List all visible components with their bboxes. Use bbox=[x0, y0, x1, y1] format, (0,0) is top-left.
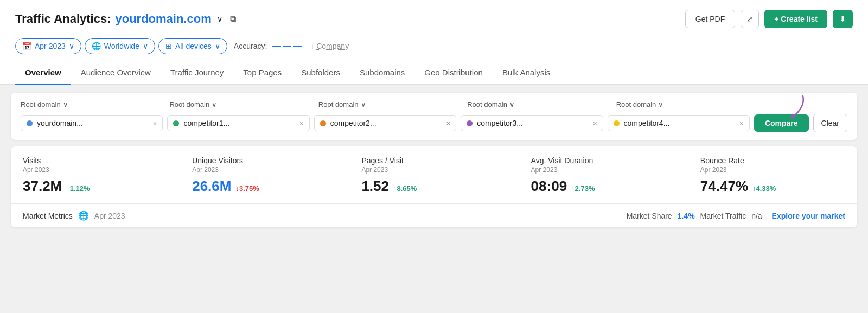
compare-button[interactable]: Compare bbox=[754, 114, 809, 132]
metric-ad-value-row: 08:09 ↑2.73% bbox=[531, 178, 676, 195]
metric-ad-change: ↑2.73% bbox=[571, 184, 595, 193]
domain-input-1[interactable]: yourdomain... × bbox=[21, 115, 163, 131]
metric-visits-title: Visits bbox=[23, 156, 168, 165]
metrics-section: Visits Apr 2023 37.2M ↑1.12% Unique Visi… bbox=[11, 146, 857, 227]
tab-top-pages[interactable]: Top Pages bbox=[233, 60, 291, 85]
header-right: Get PDF ⤢ + Create list ⬇ bbox=[685, 10, 853, 28]
market-globe-icon: 🌐 bbox=[78, 210, 89, 221]
metric-br-title: Bounce Rate bbox=[700, 156, 845, 165]
domain-close-1[interactable]: × bbox=[153, 119, 157, 127]
metric-ad-title: Avg. Visit Duration bbox=[531, 156, 676, 165]
info-icon[interactable]: i bbox=[311, 42, 313, 50]
domain-header-5[interactable]: Root domain ∨ bbox=[612, 100, 761, 108]
market-footer: Market Metrics 🌐 Apr 2023 Market Share 1… bbox=[11, 204, 857, 227]
tabs-row: Overview Audience Overview Traffic Journ… bbox=[0, 60, 868, 85]
filters-row: 📅 Apr 2023 ∨ 🌐 Worldwide ∨ ⊞ All devices… bbox=[0, 34, 868, 60]
tab-overview[interactable]: Overview bbox=[15, 60, 71, 85]
domain-name-5: competitor4... bbox=[624, 119, 736, 127]
domain-header-1[interactable]: Root domain ∨ bbox=[21, 100, 165, 108]
calendar-icon: 📅 bbox=[22, 42, 31, 50]
domain-input-3[interactable]: competitor2... × bbox=[314, 115, 456, 131]
tab-traffic-journey[interactable]: Traffic Journey bbox=[161, 60, 233, 85]
devices-icon: ⊞ bbox=[165, 42, 172, 50]
fullscreen-button[interactable]: ⤢ bbox=[741, 10, 759, 28]
domain-close-5[interactable]: × bbox=[739, 119, 744, 127]
domain-header-3-label: Root domain bbox=[318, 100, 359, 108]
date-chevron-icon: ∨ bbox=[69, 42, 74, 50]
header: Traffic Analytics: yourdomain.com ∨ ⧉ Ge… bbox=[0, 0, 868, 34]
domain-close-2[interactable]: × bbox=[299, 119, 304, 127]
domain-header-4[interactable]: Root domain ∨ bbox=[463, 100, 611, 108]
devices-filter-button[interactable]: ⊞ All devices ∨ bbox=[158, 38, 227, 54]
accuracy-label: Accuracy: bbox=[234, 42, 267, 50]
metric-br-change: ↑4.33% bbox=[752, 184, 776, 193]
date-filter-label: Apr 2023 bbox=[35, 42, 66, 50]
tab-subfolders[interactable]: Subfolders bbox=[291, 60, 350, 85]
metric-pv-title: Pages / Visit bbox=[361, 156, 506, 165]
domain-input-5[interactable]: competitor4... × bbox=[608, 115, 750, 131]
domain-dot-3 bbox=[320, 120, 326, 126]
location-filter-label: Worldwide bbox=[104, 42, 139, 50]
metric-uv-value-row: 26.6M ↓3.75% bbox=[192, 178, 337, 195]
date-filter-button[interactable]: 📅 Apr 2023 ∨ bbox=[15, 38, 81, 54]
company-label: Company bbox=[316, 42, 349, 50]
domain-header-3[interactable]: Root domain ∨ bbox=[314, 100, 463, 108]
tab-subdomains[interactable]: Subdomains bbox=[350, 60, 414, 85]
metric-visits: Visits Apr 2023 37.2M ↑1.12% bbox=[11, 146, 180, 203]
domain-dot-5 bbox=[614, 120, 620, 126]
tab-geo-distribution[interactable]: Geo Distribution bbox=[414, 60, 493, 85]
domain-header-4-label: Root domain bbox=[467, 100, 507, 108]
clear-button[interactable]: Clear bbox=[813, 114, 847, 132]
header-left: Traffic Analytics: yourdomain.com ∨ ⧉ bbox=[15, 12, 236, 26]
devices-chevron-icon: ∨ bbox=[215, 42, 220, 50]
metric-pv-value: 1.52 bbox=[361, 178, 389, 195]
metric-uv-change: ↓3.75% bbox=[235, 184, 259, 193]
domain-input-2[interactable]: competitor1... × bbox=[167, 115, 309, 131]
metric-bounce-rate: Bounce Rate Apr 2023 74.47% ↑4.33% bbox=[688, 146, 857, 203]
metric-ad-value: 08:09 bbox=[531, 178, 567, 195]
metric-pv-period: Apr 2023 bbox=[361, 166, 506, 174]
metric-uv-period: Apr 2023 bbox=[192, 166, 337, 174]
tab-audience-overview[interactable]: Audience Overview bbox=[71, 60, 161, 85]
devices-filter-label: All devices bbox=[175, 42, 212, 50]
domain-header-2-chevron: ∨ bbox=[212, 100, 217, 108]
domain-header-2[interactable]: Root domain ∨ bbox=[165, 100, 314, 108]
metric-br-period: Apr 2023 bbox=[700, 166, 845, 174]
main-container: Traffic Analytics: yourdomain.com ∨ ⧉ Ge… bbox=[0, 0, 868, 227]
domain-name-4: competitor3... bbox=[477, 119, 589, 127]
domain-close-3[interactable]: × bbox=[446, 119, 451, 127]
location-filter-button[interactable]: 🌐 Worldwide ∨ bbox=[85, 38, 155, 54]
domain-chevron-icon[interactable]: ∨ bbox=[217, 15, 222, 23]
market-traffic-value: n/a bbox=[751, 212, 762, 220]
market-share-label: Market Share bbox=[627, 212, 672, 220]
domain-header-2-label: Root domain bbox=[169, 100, 209, 108]
metric-avg-duration: Avg. Visit Duration Apr 2023 08:09 ↑2.73… bbox=[519, 146, 688, 203]
accuracy-dot-2 bbox=[283, 46, 291, 47]
accuracy-indicator bbox=[272, 46, 302, 47]
metric-unique-visitors: Unique Visitors Apr 2023 26.6M ↓3.75% bbox=[180, 146, 349, 203]
create-list-button[interactable]: + Create list bbox=[764, 10, 827, 28]
metric-pv-change: ↑8.65% bbox=[393, 184, 417, 193]
market-metrics-label: Market Metrics bbox=[23, 212, 73, 220]
metric-br-value: 74.47% bbox=[700, 178, 748, 195]
domain-inputs-row: yourdomain... × competitor1... × competi… bbox=[21, 114, 847, 132]
download-button[interactable]: ⬇ bbox=[833, 10, 853, 28]
domain-name-title: yourdomain.com bbox=[115, 12, 211, 26]
metrics-row: Visits Apr 2023 37.2M ↑1.12% Unique Visi… bbox=[11, 146, 857, 204]
globe-icon: 🌐 bbox=[92, 42, 101, 50]
domain-header-5-chevron: ∨ bbox=[658, 100, 663, 108]
domain-input-4[interactable]: competitor3... × bbox=[461, 115, 603, 131]
domain-name-3: competitor2... bbox=[330, 119, 442, 127]
page-title-static: Traffic Analytics: bbox=[15, 12, 111, 26]
metric-ad-period: Apr 2023 bbox=[531, 166, 676, 174]
metric-visits-value: 37.2M bbox=[23, 178, 62, 195]
external-link-icon[interactable]: ⧉ bbox=[230, 14, 236, 24]
metric-uv-value: 26.6M bbox=[192, 178, 231, 195]
explore-market-link[interactable]: Explore your market bbox=[772, 212, 845, 220]
domain-header-3-chevron: ∨ bbox=[361, 100, 366, 108]
tab-bulk-analysis[interactable]: Bulk Analysis bbox=[493, 60, 560, 85]
domain-close-4[interactable]: × bbox=[593, 119, 597, 127]
metric-br-value-row: 74.47% ↑4.33% bbox=[700, 178, 845, 195]
get-pdf-button[interactable]: Get PDF bbox=[685, 10, 735, 28]
domain-dot-4 bbox=[467, 120, 473, 126]
